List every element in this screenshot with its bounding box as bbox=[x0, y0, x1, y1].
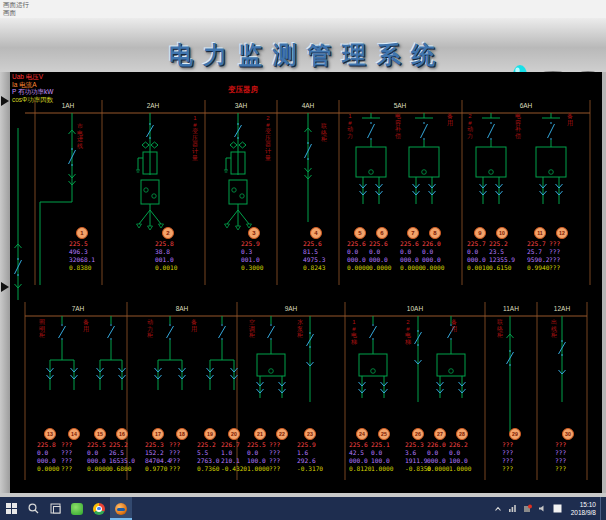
bay-label: 6AH bbox=[520, 102, 533, 109]
cabinet-box bbox=[536, 147, 566, 177]
taskbar-app-scada-active[interactable] bbox=[110, 497, 132, 520]
breaker-icon bbox=[548, 122, 555, 140]
legend-item: Ia 电流A bbox=[12, 81, 53, 89]
meter-value-c: 0.0000 bbox=[347, 264, 370, 271]
taskbar-app-chrome[interactable] bbox=[88, 497, 110, 520]
meter-value-p: 000.0 bbox=[87, 457, 106, 464]
meter-number: 11 bbox=[537, 230, 543, 236]
meter-value-u: 225.5 bbox=[87, 441, 106, 448]
meter-value-c: 0.0010 bbox=[155, 264, 178, 271]
feeder-name-label: 1#电梯 bbox=[350, 319, 357, 345]
windows-logo-icon bbox=[6, 503, 17, 514]
meter-value-c: 0.8243 bbox=[303, 264, 326, 271]
meter-number: 25 bbox=[381, 431, 387, 437]
meter-value-i: ??? bbox=[169, 449, 180, 456]
tray-ime-button[interactable] bbox=[553, 504, 562, 513]
meter-value-p: 12355.9 bbox=[489, 256, 515, 263]
cabinet-box bbox=[409, 147, 439, 177]
feeder-name-label: 空调柜 bbox=[248, 319, 255, 338]
bay-label: 3AH bbox=[235, 102, 248, 109]
meter-value-u: 225.3 bbox=[405, 441, 424, 448]
meter-value-u: 225.5 bbox=[247, 441, 266, 448]
cabinet-box bbox=[257, 354, 285, 376]
phase-tip-icon bbox=[247, 224, 252, 228]
meter-value-i: 0.0 bbox=[400, 248, 411, 255]
phase-tip-icon bbox=[148, 226, 153, 230]
meter-value-i: ??? bbox=[549, 248, 560, 255]
meter-number: 20 bbox=[231, 431, 237, 437]
chrome-icon bbox=[93, 503, 105, 515]
meter-value-i: 26.5 bbox=[109, 449, 124, 456]
meter-value-c: 0.0000 bbox=[400, 264, 423, 271]
meter-block: 5225.60.0000.00.0000 bbox=[347, 228, 370, 272]
meter-block: 30???????????? bbox=[555, 429, 574, 473]
menu-item-screen[interactable]: 画面 bbox=[3, 9, 16, 17]
feeder-name-label: 市电进线 bbox=[77, 122, 83, 149]
meter-block: 23225.91.6292.6-0.3170 bbox=[297, 429, 323, 473]
feeder-name-label: 电容补偿 bbox=[394, 113, 401, 139]
scroll-arrow-icon[interactable] bbox=[1, 282, 9, 292]
meter-value-u: 225.9 bbox=[297, 441, 316, 448]
meter-value-u: 225.8 bbox=[155, 240, 174, 247]
meter-value-c: 1.0000 bbox=[247, 465, 270, 472]
taskbar-app-green[interactable] bbox=[66, 497, 88, 520]
meter-value-c: 0.0000 bbox=[427, 465, 450, 472]
scada-app-icon bbox=[115, 503, 127, 515]
cabinet-meter-icon bbox=[369, 170, 374, 175]
search-icon bbox=[28, 503, 39, 514]
meter-value-u: 225.6 bbox=[303, 240, 322, 247]
scroll-arrow-icon[interactable] bbox=[1, 96, 9, 106]
start-button[interactable] bbox=[0, 497, 22, 520]
legend: Uab 电压VIa 电流AP 有功功率kWcosΦ功率因数 bbox=[12, 73, 53, 103]
show-desktop-button[interactable] bbox=[600, 497, 606, 520]
meter-number: 22 bbox=[279, 431, 285, 437]
tray-volume-button[interactable] bbox=[538, 504, 547, 513]
meter-value-p: 84704.4 bbox=[145, 457, 171, 464]
alert-badge-icon bbox=[523, 504, 532, 513]
tray-alert-button[interactable] bbox=[523, 504, 532, 513]
meter-value-c: 0.6150 bbox=[489, 264, 512, 271]
meter-value-p: 000.0 bbox=[37, 457, 56, 464]
task-view-button[interactable] bbox=[44, 497, 66, 520]
meter-value-i: 42.5 bbox=[349, 449, 364, 456]
meter-number: 16 bbox=[119, 431, 125, 437]
feeder-name-label: 备用 bbox=[83, 319, 89, 333]
meter-value-u: 225.9 bbox=[241, 240, 260, 247]
meter-value-p: 001.0 bbox=[241, 256, 260, 263]
meter-value-i: 0.0 bbox=[467, 248, 478, 255]
meter-number: 12 bbox=[559, 230, 565, 236]
meter-value-c: ??? bbox=[502, 465, 513, 472]
meter-block: 16225.226.516535.00.6800 bbox=[109, 429, 135, 473]
breaker-icon bbox=[370, 324, 377, 340]
meter-block: 8226.00.0000.00.0000 bbox=[422, 228, 445, 272]
tray-network-button[interactable] bbox=[508, 504, 517, 513]
meter-value-i: 0.3 bbox=[241, 248, 252, 255]
meter-value-p: 9590.2 bbox=[527, 256, 550, 263]
meter-block: 19225.25.52763.00.7360 bbox=[197, 429, 220, 473]
feeder-name-label: 备用 bbox=[447, 113, 453, 127]
meter-value-c: 0.3000 bbox=[241, 264, 264, 271]
meter-value-p: 16535.0 bbox=[109, 457, 135, 464]
feeder-name-label: 2#变压器计量 bbox=[265, 115, 271, 161]
bay-label: 10AH bbox=[407, 305, 424, 312]
meter-block: 21225.50.0100.01.0000 bbox=[247, 429, 270, 473]
meter-value-u: 226.2 bbox=[449, 441, 468, 448]
meter-value-i: 1.6 bbox=[297, 449, 308, 456]
cabinet-meter-icon bbox=[371, 369, 376, 374]
feeder-name-label: 出线柜 bbox=[550, 319, 557, 338]
meter-block: 25225.10.0100.01.0000 bbox=[371, 429, 394, 473]
window-titlebar: 画面运行 画面 bbox=[0, 0, 606, 19]
tray-expand-button[interactable] bbox=[494, 505, 502, 513]
gauge-icon bbox=[240, 194, 244, 198]
meter-value-p: ??? bbox=[269, 457, 280, 464]
cabinet-box bbox=[437, 354, 465, 376]
meter-value-p: 000.0 bbox=[400, 256, 419, 263]
clock-time: 15:10 bbox=[571, 501, 596, 509]
feeder-name-label: 联络柜 bbox=[320, 123, 327, 142]
meter-value-i: 23.5 bbox=[489, 248, 504, 255]
taskbar-search-button[interactable] bbox=[22, 497, 44, 520]
meter-value-p: 32068.1 bbox=[69, 256, 95, 263]
winding-fanout bbox=[139, 210, 161, 226]
taskbar-clock[interactable]: 15:10 2018/9/8 bbox=[571, 501, 596, 516]
meter-value-i: 25.7 bbox=[527, 248, 542, 255]
